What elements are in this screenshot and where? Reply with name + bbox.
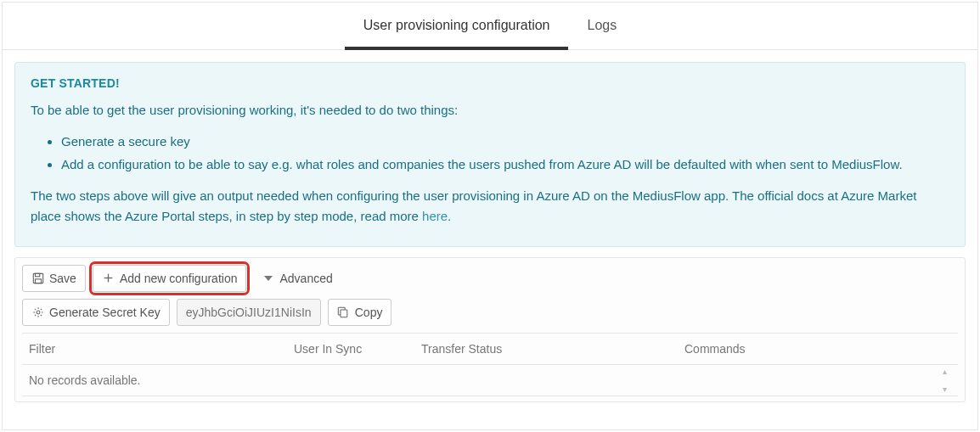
scroll-up-icon: ▴ bbox=[943, 367, 955, 376]
copy-label: Copy bbox=[355, 306, 383, 319]
column-header-commands[interactable]: Commands bbox=[684, 342, 934, 356]
content-panel: GET STARTED! To be able to get the user … bbox=[3, 50, 977, 414]
get-started-bullet: Add a configuration to be able to say e.… bbox=[61, 153, 949, 176]
get-started-info-box: GET STARTED! To be able to get the user … bbox=[14, 62, 966, 247]
get-started-outro-suffix: . bbox=[448, 209, 451, 223]
svg-rect-7 bbox=[341, 310, 347, 317]
column-header-transfer-status[interactable]: Transfer Status bbox=[421, 342, 684, 356]
get-started-list: Generate a secure key Add a configuratio… bbox=[31, 130, 949, 176]
svg-rect-1 bbox=[35, 273, 39, 277]
toolbar-card: Save Add new configuration bbox=[14, 257, 966, 402]
svg-rect-2 bbox=[35, 279, 41, 283]
column-header-filter[interactable]: Filter bbox=[29, 342, 294, 356]
no-records-text: No records available. bbox=[29, 373, 141, 387]
get-started-bullet: Generate a secure key bbox=[61, 130, 949, 153]
get-started-outro: The two steps above will give an output … bbox=[31, 186, 949, 226]
table-header-row: Filter User In Sync Transfer Status Comm… bbox=[22, 334, 958, 365]
get-started-heading: GET STARTED! bbox=[31, 76, 949, 90]
add-new-configuration-label: Add new configuration bbox=[120, 272, 238, 285]
get-started-intro: To be able to get the user provisioning … bbox=[31, 100, 949, 120]
copy-button[interactable]: Copy bbox=[328, 299, 392, 326]
toolbar-row-secret: Generate Secret Key Copy bbox=[22, 299, 958, 326]
tabs-bar: User provisioning configuration Logs bbox=[3, 3, 977, 50]
save-icon bbox=[31, 272, 44, 284]
generate-secret-key-label: Generate Secret Key bbox=[49, 306, 161, 319]
column-header-user-in-sync[interactable]: User In Sync bbox=[294, 342, 421, 356]
plus-icon bbox=[102, 272, 115, 284]
table-scrollbar[interactable]: ▴ ▾ bbox=[943, 365, 955, 396]
svg-point-6 bbox=[37, 311, 40, 314]
toolbar-row-primary: Save Add new configuration bbox=[22, 265, 958, 292]
secret-key-output[interactable] bbox=[177, 299, 321, 326]
scroll-down-icon: ▾ bbox=[943, 384, 955, 394]
table-empty-row: No records available. ▴ ▾ bbox=[22, 365, 958, 396]
save-button[interactable]: Save bbox=[22, 265, 86, 292]
get-started-outro-prefix: The two steps above will give an output … bbox=[31, 188, 916, 222]
copy-icon bbox=[337, 306, 350, 318]
page-container: User provisioning configuration Logs GET… bbox=[2, 2, 978, 430]
advanced-button[interactable]: Advanced bbox=[253, 265, 341, 292]
read-more-link[interactable]: here bbox=[422, 209, 448, 223]
generate-secret-key-button[interactable]: Generate Secret Key bbox=[22, 299, 170, 326]
advanced-label: Advanced bbox=[279, 272, 332, 285]
gear-icon bbox=[31, 306, 44, 318]
configurations-table: Filter User In Sync Transfer Status Comm… bbox=[22, 333, 958, 396]
tab-logs[interactable]: Logs bbox=[568, 6, 635, 50]
save-button-label: Save bbox=[49, 272, 76, 285]
add-new-configuration-button[interactable]: Add new configuration bbox=[93, 265, 247, 292]
column-scroll-gutter bbox=[934, 342, 951, 356]
caret-down-icon bbox=[262, 272, 274, 284]
tab-user-provisioning-configuration[interactable]: User provisioning configuration bbox=[345, 6, 569, 50]
svg-marker-5 bbox=[264, 276, 273, 281]
